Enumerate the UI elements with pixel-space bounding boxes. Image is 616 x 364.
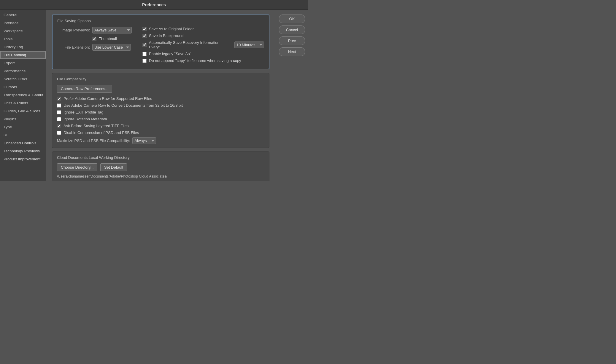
compat-row-prefer_adobe: Prefer Adobe Camera Raw for Supported Ra… <box>57 96 264 101</box>
right-buttons-panel: OK Cancel Prev Next <box>275 10 308 181</box>
file-compat-options: Prefer Adobe Camera Raw for Supported Ra… <box>57 96 264 135</box>
image-previews-select[interactable]: Always SaveNever SaveAsk When Saving <box>92 27 132 33</box>
cloud-path: /Users/chanamesser/Documents/Adobe/Photo… <box>57 173 264 180</box>
prev-button[interactable]: Prev <box>279 36 305 45</box>
next-button[interactable]: Next <box>279 47 305 56</box>
image-previews-label: Image Previews: <box>57 28 90 32</box>
enable-legacy-label[interactable]: Enable legacy "Save As" <box>149 52 191 56</box>
compat-row-ignore_exif: Ignore EXIF Profile Tag <box>57 110 264 114</box>
title-bar: Preferences <box>0 0 308 10</box>
content-area: File Saving Options Image Previews: Alwa… <box>46 10 275 181</box>
cloud-documents-title: Cloud Documents Local Working Directory <box>57 155 264 160</box>
compat-label-use_adobe_convert[interactable]: Use Adobe Camera Raw to Convert Document… <box>63 103 183 108</box>
file-saving-section: File Saving Options Image Previews: Alwa… <box>52 15 269 69</box>
compat-row-use_adobe_convert: Use Adobe Camera Raw to Convert Document… <box>57 103 264 108</box>
cancel-button[interactable]: Cancel <box>279 25 305 34</box>
sidebar-item-units_rulers[interactable]: Units & Rulers <box>0 99 46 107</box>
save-as-original-label[interactable]: Save As to Original Folder <box>149 27 194 31</box>
sidebar-item-3d[interactable]: 3D <box>0 131 46 139</box>
cloud-documents-section: Cloud Documents Local Working Directory … <box>52 151 269 181</box>
camera-raw-button[interactable]: Camera Raw Preferences... <box>57 85 112 93</box>
sidebar-item-product_improvement[interactable]: Product Improvement <box>0 155 46 163</box>
compat-row-ask_tiff: Ask Before Saving Layered TIFF Files <box>57 124 264 128</box>
sidebar: GeneralInterfaceWorkspaceToolsHistory Lo… <box>0 10 46 181</box>
sidebar-item-general[interactable]: General <box>0 11 46 19</box>
file-saving-title: File Saving Options <box>57 19 264 23</box>
thumbnail-checkbox[interactable] <box>92 37 96 41</box>
compat-label-prefer_adobe[interactable]: Prefer Adobe Camera Raw for Supported Ra… <box>63 96 152 101</box>
compat-checkbox-ask_tiff[interactable] <box>57 124 61 128</box>
sidebar-item-tools[interactable]: Tools <box>0 35 46 43</box>
sidebar-item-export[interactable]: Export <box>0 59 46 67</box>
sidebar-item-enhanced_controls[interactable]: Enhanced Controls <box>0 139 46 147</box>
file-extension-select[interactable]: Use Lower CaseUse Upper Case <box>92 44 131 51</box>
file-compatibility-section: File Compatibility Camera Raw Preference… <box>52 73 269 148</box>
compat-checkbox-prefer_adobe[interactable] <box>57 97 61 101</box>
compat-checkbox-use_adobe_convert[interactable] <box>57 103 61 108</box>
compat-label-disable_compression[interactable]: Disable Compression of PSD and PSB Files <box>63 130 139 135</box>
compat-row-ignore_rotation: Ignore Rotation Metadata <box>57 117 264 121</box>
sidebar-item-scratch_disks[interactable]: Scratch Disks <box>0 75 46 83</box>
compat-label-ask_tiff[interactable]: Ask Before Saving Layered TIFF Files <box>63 124 128 128</box>
no-copy-label[interactable]: Do not append "copy" to filename when sa… <box>149 58 241 63</box>
compat-label-ignore_exif[interactable]: Ignore EXIF Profile Tag <box>63 110 103 114</box>
save-in-background-label[interactable]: Save in Background <box>149 33 183 38</box>
auto-save-checkbox[interactable] <box>142 43 147 47</box>
no-copy-checkbox[interactable] <box>142 59 147 63</box>
auto-save-label[interactable]: Automatically Save Recovery Information … <box>149 40 230 49</box>
compat-checkbox-disable_compression[interactable] <box>57 131 61 135</box>
compat-label-ignore_rotation[interactable]: Ignore Rotation Metadata <box>63 117 107 121</box>
compat-checkbox-ignore_rotation[interactable] <box>57 117 61 121</box>
sidebar-item-interface[interactable]: Interface <box>0 19 46 27</box>
ok-button[interactable]: OK <box>279 15 305 23</box>
sidebar-item-workspace[interactable]: Workspace <box>0 27 46 35</box>
sidebar-item-history_log[interactable]: History Log <box>0 43 46 51</box>
thumbnail-label[interactable]: Thumbnail <box>99 36 117 41</box>
compat-checkbox-ignore_exif[interactable] <box>57 110 61 114</box>
enable-legacy-checkbox[interactable] <box>142 52 147 56</box>
save-in-background-checkbox[interactable] <box>142 34 147 38</box>
sidebar-item-guides_grid_slices[interactable]: Guides, Grid & Slices <box>0 107 46 115</box>
sidebar-item-type[interactable]: Type <box>0 123 46 131</box>
choose-directory-button[interactable]: Choose Directory... <box>57 163 97 171</box>
auto-save-interval-select[interactable]: 1 Minute5 Minutes10 Minutes15 Minutes30 … <box>234 41 264 48</box>
maximize-label: Maximize PSD and PSB File Compatibility: <box>57 138 130 143</box>
file-compatibility-title: File Compatibility <box>57 77 264 81</box>
compat-row-disable_compression: Disable Compression of PSD and PSB Files <box>57 130 264 135</box>
maximize-select[interactable]: AlwaysNeverAsk <box>132 137 156 144</box>
sidebar-item-performance[interactable]: Performance <box>0 67 46 75</box>
sidebar-item-cursors[interactable]: Cursors <box>0 83 46 91</box>
file-extension-label: File Extension: <box>57 45 90 50</box>
title-label: Preferences <box>142 2 166 7</box>
sidebar-item-technology_previews[interactable]: Technology Previews <box>0 147 46 155</box>
sidebar-item-file_handling[interactable]: File Handling <box>0 51 46 59</box>
save-as-original-checkbox[interactable] <box>142 27 147 31</box>
set-default-button[interactable]: Set Default <box>100 163 127 171</box>
sidebar-item-transparency_gamut[interactable]: Transparency & Gamut <box>0 91 46 99</box>
sidebar-item-plugins[interactable]: Plugins <box>0 115 46 123</box>
